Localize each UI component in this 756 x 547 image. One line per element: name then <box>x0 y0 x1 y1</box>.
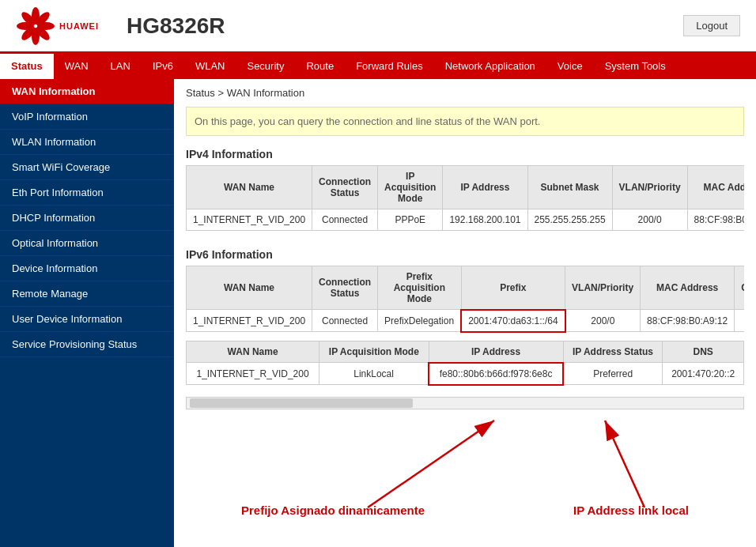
nav-ipv6[interactable]: IPv6 <box>142 54 184 79</box>
ipv6-col-wan-name: WAN Name <box>187 266 312 310</box>
ipv6-col-prefix-mode: Prefix Acquisition Mode <box>378 266 462 310</box>
ipv6-wan-name: 1_INTERNET_R_VID_200 <box>187 310 312 332</box>
ipv6-addr-row-1: 1_INTERNET_R_VID_200 LinkLocal fe80::80b… <box>187 363 744 385</box>
ipv6-prefix-row-1: 1_INTERNET_R_VID_200 Connected PrefixDel… <box>187 310 745 332</box>
ipv4-vlan: 200/0 <box>612 209 687 231</box>
logout-button[interactable]: Logout <box>683 15 740 36</box>
ipv6addr-col-ip-status: IP Address Status <box>563 341 663 363</box>
ipv4-row-1: 1_INTERNET_R_VID_200 Connected PPPoE 192… <box>187 209 745 231</box>
annotation-arrows-svg <box>186 413 756 539</box>
ipv4-col-wan-name: WAN Name <box>187 166 312 209</box>
sidebar-item-eth-port[interactable]: Eth Port Information <box>0 180 174 206</box>
device-name: HG8326R <box>127 13 225 39</box>
ipv6-prefix-mode: PrefixDelegation <box>378 310 462 332</box>
annotation-label-2: IP Address link local <box>573 504 689 517</box>
nav-lan[interactable]: LAN <box>100 54 142 79</box>
ipv6-section-title: IPv6 Information <box>186 248 744 261</box>
scroll-bar[interactable] <box>186 397 744 409</box>
nav-status[interactable]: Status <box>0 54 54 79</box>
content-area: Status > WAN Information On this page, y… <box>174 79 756 547</box>
ipv6-col-conn-status: Connection Status <box>312 266 378 310</box>
ipv4-section-title: IPv4 Information <box>186 148 744 160</box>
nav-wlan[interactable]: WLAN <box>184 54 236 79</box>
ipv6addr-col-ip-mode: IP Acquisition Mode <box>319 341 429 363</box>
ipv6addr-ip-mode: LinkLocal <box>319 363 429 385</box>
ipv6-conn-status: Connected <box>312 310 378 332</box>
sidebar-item-wan-information[interactable]: WAN Information <box>0 79 174 104</box>
ipv6-vlan: 200/0 <box>565 310 641 332</box>
ipv4-col-mac: MAC Address <box>687 166 744 209</box>
ipv6addr-dns: 2001:470:20::2 <box>663 363 744 385</box>
breadcrumb: Status > WAN Information <box>186 87 744 99</box>
nav-voice[interactable]: Voice <box>546 54 594 79</box>
ipv4-mac: 88:CF:98:B0:A9:12 <box>687 209 744 231</box>
sidebar-item-user-device[interactable]: User Device Information <box>0 307 174 332</box>
ipv4-ip-mode: PPPoE <box>378 209 443 231</box>
svg-line-9 <box>368 421 494 507</box>
main-layout: WAN Information VoIP Information WLAN In… <box>0 79 756 547</box>
ipv4-ip-addr: 192.168.200.101 <box>443 209 527 231</box>
sidebar-item-dhcp[interactable]: DHCP Information <box>0 206 174 231</box>
ipv4-wan-name: 1_INTERNET_R_VID_200 <box>187 209 312 231</box>
ipv6-addr-table: WAN Name IP Acquisition Mode IP Address … <box>186 341 744 386</box>
nav-system-tools[interactable]: System Tools <box>594 54 677 79</box>
ipv6-gateway: -- <box>735 310 744 332</box>
sidebar-item-device-info[interactable]: Device Information <box>0 256 174 281</box>
sidebar-item-service-provisioning[interactable]: Service Provisioning Status <box>0 332 174 357</box>
ipv6addr-col-wan-name: WAN Name <box>187 341 319 363</box>
nav-route[interactable]: Route <box>295 54 345 79</box>
svg-line-10 <box>605 421 644 507</box>
annotations-area: Prefijo Asignado dinamicamente IP Addres… <box>186 413 744 539</box>
header: HUAWEI HG8326R Logout <box>0 0 756 54</box>
ipv4-col-vlan: VLAN/Priority <box>612 166 687 209</box>
sidebar-item-optical[interactable]: Optical Information <box>0 231 174 256</box>
sidebar-item-voip-information[interactable]: VoIP Information <box>0 104 174 130</box>
logo-area: HUAWEI <box>0 6 127 46</box>
ipv4-subnet: 255.255.255.255 <box>527 209 612 231</box>
ipv6-col-prefix: Prefix <box>461 266 565 310</box>
sidebar-item-smart-wifi[interactable]: Smart WiFi Coverage <box>0 155 174 180</box>
ipv4-conn-status: Connected <box>312 209 378 231</box>
nav-wan[interactable]: WAN <box>54 54 100 79</box>
ipv4-col-ip-mode: IP Acquisition Mode <box>378 166 443 209</box>
ipv4-col-ip-addr: IP Address <box>443 166 527 209</box>
nav-security[interactable]: Security <box>236 54 295 79</box>
ipv4-table-container: WAN Name Connection Status IP Acquisitio… <box>186 165 744 239</box>
ipv6addr-ip-addr: fe80::80b6:b66d:f978:6e8c <box>429 363 563 385</box>
ipv6-col-gateway: Gateway <box>735 266 744 310</box>
sidebar-item-wlan-information[interactable]: WLAN Information <box>0 130 174 155</box>
nav-forward-rules[interactable]: Forward Rules <box>345 54 434 79</box>
ipv6-mac: 88:CF:98:B0:A9:12 <box>641 310 735 332</box>
annotation-label-1: Prefijo Asignado dinamicamente <box>241 504 425 517</box>
sidebar-item-remote-manage[interactable]: Remote Manage <box>0 281 174 307</box>
ipv6-prefix-value: 2001:470:da63:1::/64 <box>461 310 565 332</box>
ipv6-col-vlan: VLAN/Priority <box>565 266 641 310</box>
ipv6addr-col-ip-addr: IP Address <box>429 341 563 363</box>
ipv6-table-container: WAN Name Connection Status Prefix Acquis… <box>186 266 744 394</box>
ipv6addr-wan-name: 1_INTERNET_R_VID_200 <box>187 363 319 385</box>
ipv4-table: WAN Name Connection Status IP Acquisitio… <box>186 165 744 231</box>
ipv4-col-subnet: Subnet Mask <box>527 166 612 209</box>
ipv6-col-mac: MAC Address <box>641 266 735 310</box>
nav-network-application[interactable]: Network Application <box>434 54 546 79</box>
ipv6addr-col-dns: DNS <box>663 341 744 363</box>
ipv4-col-conn-status: Connection Status <box>312 166 378 209</box>
ipv6addr-ip-status: Preferred <box>563 363 663 385</box>
info-box: On this page, you can query the connecti… <box>186 107 744 136</box>
sidebar: WAN Information VoIP Information WLAN In… <box>0 79 174 547</box>
ipv6-prefix-table: WAN Name Connection Status Prefix Acquis… <box>186 266 744 333</box>
huawei-logo-icon <box>16 6 55 46</box>
main-nav: Status WAN LAN IPv6 WLAN Security Route … <box>0 54 756 79</box>
